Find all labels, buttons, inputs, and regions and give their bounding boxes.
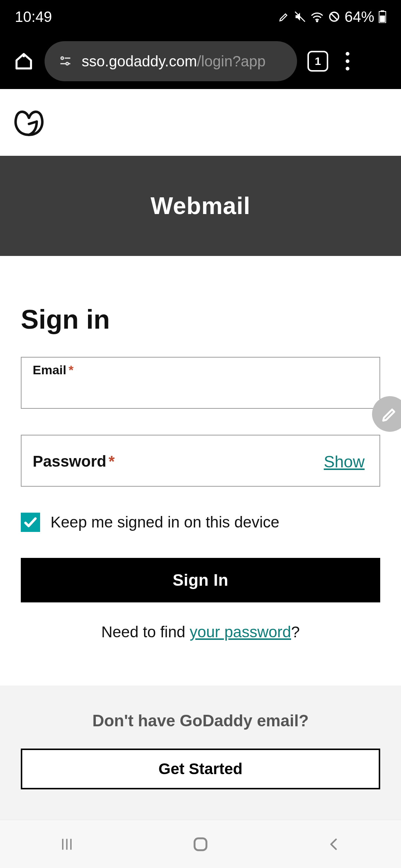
page-title: Sign in bbox=[21, 304, 380, 335]
page-content: Webmail Sign in Email* Password* Show Ke… bbox=[0, 89, 401, 820]
forgot-password-line: Need to find your password? bbox=[21, 623, 380, 641]
keep-signed-in-checkbox[interactable] bbox=[21, 513, 40, 532]
edit-indicator-icon bbox=[278, 11, 290, 22]
required-mark: * bbox=[69, 363, 74, 377]
email-input[interactable] bbox=[32, 379, 369, 404]
webmail-banner: Webmail bbox=[0, 156, 401, 256]
forgot-prefix: Need to find bbox=[101, 623, 190, 641]
svg-point-1 bbox=[316, 21, 317, 22]
email-label: Email* bbox=[33, 363, 74, 377]
url-text: sso.godaddy.com/login?app bbox=[82, 53, 265, 70]
android-nav-bar bbox=[0, 820, 401, 868]
home-button[interactable] bbox=[186, 833, 215, 855]
do-not-disturb-icon bbox=[328, 11, 340, 23]
email-field-wrapper[interactable]: Email* bbox=[21, 357, 380, 409]
forgot-password-link[interactable]: your password bbox=[190, 623, 291, 641]
password-label: Password* bbox=[33, 453, 115, 470]
browser-toolbar: sso.godaddy.com/login?app 1 bbox=[0, 33, 401, 89]
keep-signed-in-row[interactable]: Keep me signed in on this device bbox=[21, 513, 380, 532]
android-status-bar: 10:49 64% bbox=[0, 0, 401, 33]
banner-title: Webmail bbox=[151, 192, 251, 220]
site-settings-icon bbox=[58, 54, 73, 69]
keep-signed-in-label: Keep me signed in on this device bbox=[50, 513, 279, 531]
url-bar[interactable]: sso.godaddy.com/login?app bbox=[45, 41, 297, 81]
mute-icon bbox=[294, 11, 306, 23]
svg-line-3 bbox=[331, 13, 338, 20]
clock: 10:49 bbox=[15, 9, 52, 25]
status-icons-right: 64% bbox=[278, 9, 386, 25]
godaddy-logo-icon[interactable] bbox=[10, 104, 48, 141]
svg-rect-14 bbox=[195, 838, 206, 850]
home-icon[interactable] bbox=[13, 51, 34, 72]
url-path: /login?app bbox=[197, 53, 266, 69]
show-password-toggle[interactable]: Show bbox=[324, 453, 365, 471]
signin-form: Sign in Email* Password* Show Keep me si… bbox=[0, 256, 401, 641]
svg-rect-6 bbox=[380, 16, 385, 22]
svg-point-7 bbox=[61, 57, 63, 59]
forgot-suffix: ? bbox=[291, 623, 300, 641]
wifi-icon bbox=[310, 11, 324, 22]
sign-in-button[interactable]: Sign In bbox=[21, 558, 380, 602]
cta-heading: Don't have GoDaddy email? bbox=[21, 711, 380, 730]
get-started-button[interactable]: Get Started bbox=[21, 749, 380, 789]
tab-count: 1 bbox=[315, 55, 321, 68]
overflow-menu-icon[interactable] bbox=[339, 51, 356, 72]
svg-point-10 bbox=[66, 62, 69, 65]
brand-header bbox=[0, 89, 401, 156]
password-field-wrapper[interactable]: Password* Show bbox=[21, 435, 380, 487]
recent-apps-button[interactable] bbox=[52, 833, 82, 855]
back-button[interactable] bbox=[319, 833, 349, 855]
get-started-section: Don't have GoDaddy email? Get Started bbox=[0, 685, 401, 820]
tab-switcher[interactable]: 1 bbox=[307, 51, 328, 72]
required-mark: * bbox=[108, 453, 114, 470]
url-host: sso.godaddy.com bbox=[82, 53, 197, 69]
battery-icon bbox=[379, 10, 386, 23]
battery-text: 64% bbox=[345, 9, 374, 25]
